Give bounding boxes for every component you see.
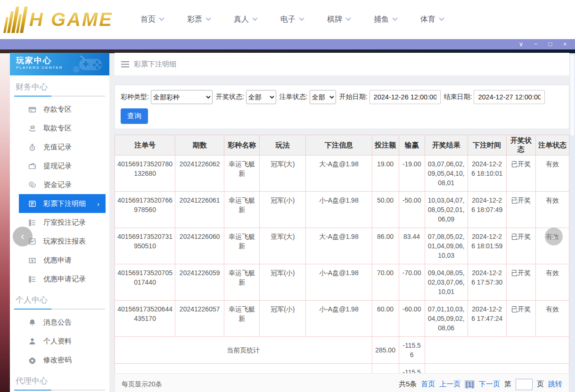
- order-status-select[interactable]: 全部: [310, 90, 336, 104]
- jump-prefix-label: 第: [504, 380, 511, 389]
- start-date-label: 开始日期:: [339, 93, 368, 101]
- sidebar-item-hall-bet-records[interactable]: 厅室投注记录: [19, 213, 106, 232]
- prev-page-link[interactable]: 上一页: [439, 380, 460, 389]
- sidebar-item-promo-apply-records[interactable]: 优惠申请记录: [19, 270, 106, 288]
- table-cell: -50.00: [399, 192, 425, 228]
- chevron-down-icon: [299, 16, 304, 21]
- draw-status-label: 开奖状态:: [216, 93, 244, 101]
- table-cell: -19.00: [399, 155, 425, 192]
- window-maximize-icon[interactable]: □: [543, 39, 558, 49]
- scroll-right-button[interactable]: ›: [545, 228, 563, 245]
- chevron-down-icon: [439, 16, 444, 21]
- sidebar-item-label: 优惠申请: [43, 256, 72, 265]
- sidebar-item-deposit[interactable]: 存款专区: [19, 100, 106, 119]
- sidebar-item-withdraw[interactable]: 取款专区: [19, 119, 106, 138]
- gear-icon: [28, 356, 36, 364]
- sidebar-item-lottery-bet-details[interactable]: 彩票下注明细›: [19, 194, 106, 213]
- nav-item-label: 棋牌: [327, 15, 342, 24]
- sidebar-item-withdrawal-records[interactable]: 提现记录: [19, 156, 106, 175]
- table-cell: 83.44: [399, 228, 425, 264]
- table-cell: 86.00: [372, 228, 399, 264]
- table-cell: 2024-12-26 17:47:24: [468, 301, 506, 337]
- table-row: 40156917352073195051020241226060幸运飞艇新亚军(…: [115, 228, 569, 264]
- window-minimize-icon[interactable]: −: [528, 39, 543, 49]
- sidebar-item-promo-apply[interactable]: 优惠申请: [19, 251, 106, 270]
- nav-item-sports[interactable]: 体育: [420, 15, 444, 24]
- nav-item-live[interactable]: 真人: [234, 15, 257, 24]
- table-cell: 401569173520780132680: [115, 155, 175, 192]
- sidebar-item-label: 充值记录: [43, 143, 72, 152]
- table-cell: 已开奖: [506, 192, 535, 228]
- table-cell: 有效: [535, 264, 569, 301]
- sidebar-item-recharge-records[interactable]: $充值记录: [19, 138, 106, 156]
- table-cell: 冠军(小): [260, 301, 306, 337]
- nav-item-home[interactable]: 首页: [140, 15, 164, 24]
- table-cell: -60.00: [399, 301, 425, 337]
- lottery-type-select[interactable]: 全部彩种: [151, 90, 213, 104]
- sidebar-item-label: 取款专区: [43, 124, 72, 133]
- table-cell: 幸运飞艇新: [224, 264, 260, 301]
- top-bar: H GAME 首页彩票真人电子棋牌捕鱼体育: [0, 0, 575, 39]
- chevron-down-icon: [345, 16, 351, 21]
- nav-item-board-games[interactable]: 棋牌: [327, 15, 350, 24]
- chevron-right-icon: ›: [97, 200, 99, 208]
- window-chevron-down-icon[interactable]: ∨: [514, 39, 528, 49]
- table-cell: 幸运飞艇新: [224, 192, 260, 228]
- window-close-icon[interactable]: ×: [558, 39, 572, 49]
- hamburger-menu-icon[interactable]: [121, 61, 129, 67]
- deposit-card-icon: [28, 106, 36, 114]
- logo[interactable]: H GAME: [6, 7, 113, 33]
- sidebar-item-change-password[interactable]: 修改密码: [19, 351, 106, 369]
- search-button[interactable]: 查询: [121, 108, 148, 124]
- nav-item-label: 体育: [420, 15, 435, 24]
- current-page[interactable]: [1]: [465, 380, 475, 388]
- table-row: 40156917352070501744020241226059幸运飞艇新冠军(…: [115, 264, 569, 301]
- sidebar-item-label: 存款专区: [43, 105, 72, 114]
- chevron-down-icon: [159, 16, 164, 21]
- sidebar-item-funds-records[interactable]: ¥资金记录: [19, 175, 106, 194]
- table-cell: 有效: [535, 155, 569, 192]
- table-cell: 401569173520766978560: [115, 192, 175, 228]
- draw-status-select[interactable]: 全部: [246, 90, 276, 104]
- nav-item-label: 捕鱼: [374, 15, 389, 24]
- nav-item-fishing[interactable]: 捕鱼: [374, 15, 397, 24]
- main-content: 彩票下注明细 彩种类型: 全部彩种 开奖状态: 全部 注单状态: 全部 开始日期…: [115, 53, 569, 392]
- nav-item-label: 电子: [280, 15, 296, 24]
- table-cell: 有效: [535, 301, 569, 337]
- scrollbar-thumb[interactable]: [570, 54, 575, 137]
- table-cell: 2024-12-26 18:07:49: [468, 192, 506, 228]
- table-cell: 冠军(小): [260, 192, 306, 228]
- section-underline: [14, 309, 105, 310]
- nav-item-lottery[interactable]: 彩票: [187, 15, 210, 24]
- sidebar-item-messages[interactable]: 消息公告: [19, 313, 106, 332]
- column-header: 下注信息: [306, 135, 372, 155]
- section-underline: [14, 390, 105, 391]
- table-cell: 小-A盘@1.98: [306, 192, 372, 228]
- sidebar-collapse-button[interactable]: ‹: [13, 227, 33, 246]
- jump-button[interactable]: 跳转: [548, 380, 562, 389]
- table-cell: 幸运飞艇新: [224, 228, 260, 264]
- table-cell: 已开奖: [506, 228, 535, 264]
- bet-detail-list-icon: [28, 200, 36, 208]
- vertical-scrollbar[interactable]: [569, 53, 575, 392]
- table-cell: 2024-12-26 17:57:30: [468, 264, 506, 301]
- jump-page-input[interactable]: [516, 379, 533, 390]
- funds-coins-icon: ¥: [28, 181, 36, 189]
- svg-text:¥: ¥: [30, 182, 32, 186]
- next-page-link[interactable]: 下一页: [479, 380, 500, 389]
- sidebar-item-profile[interactable]: 个人资料: [19, 332, 106, 351]
- table-cell: 70.00: [372, 264, 399, 301]
- table-cell: 冠军(大): [260, 155, 306, 192]
- table-cell: 2024-12-26 18:10:01: [468, 155, 506, 192]
- table-cell: 已开奖: [506, 264, 535, 301]
- table-cell: 小-A盘@1.98: [306, 301, 372, 337]
- first-page-link[interactable]: 首页: [421, 380, 435, 389]
- page-size-text: 每页显示20条: [122, 380, 162, 389]
- withdraw-hand-icon: [28, 124, 36, 132]
- lottery-type-label: 彩种类型:: [121, 93, 149, 101]
- window-title-bar: ∨ − □ ×: [0, 39, 575, 49]
- nav-item-slots[interactable]: 电子: [280, 15, 304, 24]
- end-date-input[interactable]: [474, 90, 545, 104]
- nav-item-label: 首页: [140, 15, 156, 24]
- start-date-input[interactable]: [370, 90, 441, 104]
